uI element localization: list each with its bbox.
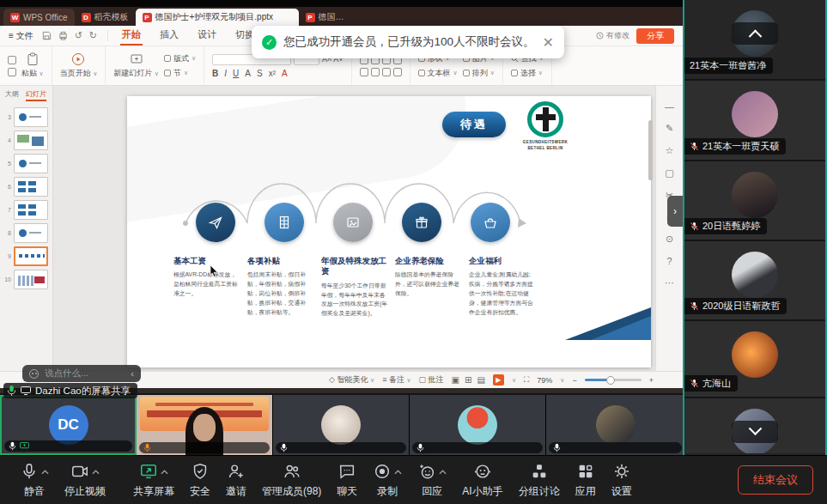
document-tab-2[interactable]: P 德国… [299, 9, 344, 26]
reactions-button[interactable]: 回应 [410, 462, 454, 499]
help-icon[interactable]: ? [666, 256, 672, 266]
slide-thumbnail[interactable] [14, 131, 48, 150]
docer-template-tab[interactable]: D 稻壳模板 [75, 9, 136, 26]
video-tile[interactable] [546, 395, 684, 455]
participant-tile[interactable]: 21英本一班贾天硕 [684, 81, 825, 161]
slide-thumbnail[interactable] [14, 107, 48, 127]
slideshow-caret[interactable]: ∨ [512, 377, 516, 384]
select-button[interactable]: 选择∨ [511, 68, 544, 79]
sorter-view-icon[interactable]: ⊞ [465, 375, 471, 385]
textbox-button[interactable]: 文本框∨ [418, 68, 458, 79]
chat-button[interactable]: 聊天 [329, 462, 365, 499]
tab-insert[interactable]: 插入 [158, 26, 180, 46]
zoom-level[interactable]: 79% [537, 376, 552, 385]
undo-icon[interactable]: ↺ [75, 30, 82, 41]
chevron-up-icon[interactable] [92, 470, 100, 475]
toast-close-icon[interactable]: ✕ [543, 34, 554, 51]
notes-button[interactable]: ≡ 备注 ∨ [382, 374, 410, 386]
apps-button[interactable]: 应用 [568, 462, 604, 499]
breakout-rooms-button[interactable]: 分组讨论 [511, 462, 568, 499]
underline-button[interactable]: U [233, 69, 239, 78]
stop-video-button[interactable]: 停止视频 [57, 462, 113, 499]
share-screen-button[interactable]: 共享屏幕 [125, 462, 182, 499]
shape-tool-icon[interactable]: ▢ [665, 167, 673, 179]
scroll-down-button[interactable] [732, 421, 778, 443]
file-menu-button[interactable]: ≡ 文件 [0, 30, 42, 42]
slide-thumbnail[interactable] [14, 154, 48, 173]
participant-tile[interactable]: 2020级日语靳政哲 [684, 241, 825, 321]
zoom-slider[interactable] [585, 379, 642, 381]
ai-assistant-button[interactable]: AI小助手 [454, 462, 510, 499]
new-slide-button[interactable]: 新建幻灯片 ∨ [113, 52, 159, 79]
document-tab-active[interactable]: P 德国护士+护理双元制项目.pptx [136, 9, 299, 26]
quick-access-toolbar[interactable]: ↺ ↻ [42, 30, 108, 41]
save-icon[interactable] [42, 31, 52, 40]
slide-thumbnail[interactable] [14, 200, 48, 220]
divider-icon[interactable]: — [665, 101, 674, 112]
align-left-icon[interactable] [360, 68, 368, 76]
slide-thumbnail[interactable] [14, 270, 48, 289]
play-from-current-button[interactable]: 当页开始 ∨ [60, 52, 98, 79]
beautify-button[interactable]: ◇ 智能美化 ∨ [329, 374, 374, 386]
participant-tile[interactable]: 21英本一班曾茜净 [684, 0, 825, 81]
print-icon[interactable] [58, 31, 68, 40]
settings-button[interactable]: 设置 [604, 462, 640, 499]
align-right-icon[interactable] [382, 68, 391, 76]
superscript-button[interactable]: x² [269, 69, 276, 78]
slide-thumbnail[interactable] [14, 177, 48, 197]
slideshow-button[interactable]: ▶ [493, 374, 504, 386]
chevron-up-icon[interactable] [161, 470, 168, 475]
align-center-icon[interactable] [371, 68, 380, 76]
outline-tab[interactable]: 大纲 [5, 89, 19, 101]
chevron-up-icon[interactable] [394, 470, 402, 475]
chevron-up-icon[interactable] [41, 470, 49, 475]
participant-tile[interactable]: 亢海山 [684, 321, 825, 398]
reading-view-icon[interactable]: ▤ [477, 375, 484, 385]
slides-tab[interactable]: 幻灯片 [26, 89, 46, 101]
wps-share-button[interactable]: 分享 [636, 28, 674, 44]
manage-members-button[interactable]: 管理成员(98) [254, 462, 329, 499]
chevron-up-icon[interactable] [439, 470, 447, 475]
video-tile-camera[interactable] [137, 395, 273, 455]
panel-expand-handle[interactable]: › [667, 196, 683, 227]
zoom-caret[interactable]: ∨ [560, 377, 564, 384]
end-meeting-button[interactable]: 结束会议 [738, 465, 813, 495]
italic-button[interactable]: I [224, 69, 227, 78]
video-tile-sharer[interactable]: DC [0, 395, 137, 455]
slide-thumbnail-selected[interactable] [14, 246, 48, 266]
cut-icon[interactable] [8, 56, 16, 64]
tab-design[interactable]: 设计 [196, 26, 218, 46]
tab-home[interactable]: 开始 [120, 26, 143, 46]
barrage-input[interactable]: 说点什么... ‹ [22, 365, 141, 382]
section-button[interactable]: 节∨ [164, 68, 196, 79]
participant-tile-partial[interactable] [684, 398, 825, 453]
mute-button[interactable]: 静音 [12, 462, 57, 499]
strike-button[interactable]: A [245, 69, 251, 78]
more-icon[interactable]: ⋯ [665, 277, 674, 288]
collapse-up-button[interactable] [732, 22, 778, 45]
participant-tile[interactable]: 20日语甄婷婷 [684, 161, 825, 241]
zoom-out-button[interactable]: − [572, 376, 576, 385]
slide-thumbnail[interactable] [14, 223, 48, 243]
collapse-left-icon[interactable]: ‹ [131, 368, 134, 379]
font-color-button[interactable]: A [282, 69, 288, 78]
comments-button[interactable]: ▢ 批注 [419, 374, 444, 386]
edit-icon[interactable]: ✎ [666, 123, 673, 134]
layout-button[interactable]: 版式∨ [164, 53, 196, 64]
target-tool-icon[interactable]: ⊙ [666, 234, 673, 245]
star-icon[interactable]: ☆ [666, 145, 674, 156]
fit-screen-icon[interactable]: ⛶ [524, 375, 529, 385]
record-button[interactable]: 录制 [365, 462, 410, 499]
video-tile[interactable] [410, 395, 546, 455]
justify-icon[interactable] [393, 68, 402, 76]
zoom-in-button[interactable]: + [649, 376, 654, 385]
emoji-icon[interactable] [29, 369, 39, 379]
paste-button[interactable]: 粘贴 ∨ [21, 52, 44, 79]
bold-button[interactable]: B [212, 69, 218, 78]
invite-button[interactable]: 邀请 [218, 462, 254, 499]
normal-view-icon[interactable]: ▣ [452, 375, 459, 385]
canvas-scrollbar[interactable] [648, 120, 653, 180]
redo-icon[interactable]: ↻ [89, 30, 97, 41]
video-tile[interactable] [273, 395, 410, 455]
shadow-button[interactable]: S [257, 69, 263, 78]
